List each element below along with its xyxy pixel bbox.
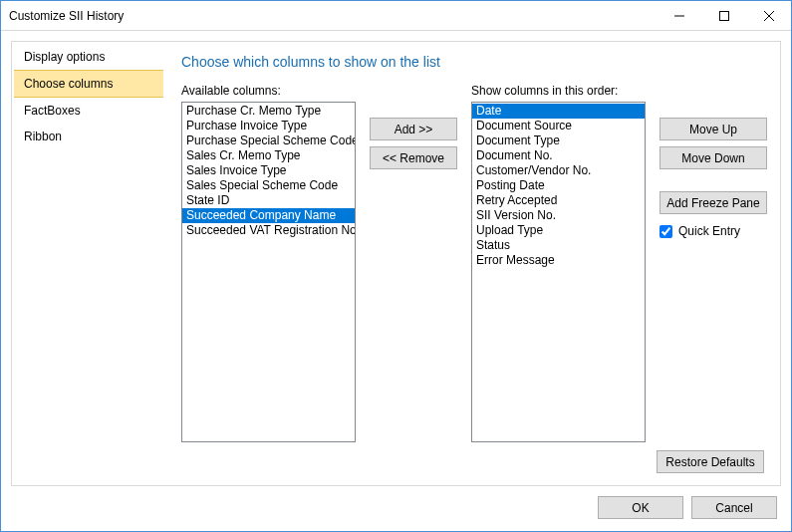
sidebar-item[interactable]: Choose columns [14,70,163,98]
available-columns-list[interactable]: Purchase Cr. Memo TypePurchase Invoice T… [181,102,356,442]
list-item[interactable]: Purchase Special Scheme Code [182,133,355,148]
quick-entry-control[interactable]: Quick Entry [660,224,740,238]
dialog-buttons: OK Cancel [11,486,781,521]
remove-button[interactable]: << Remove [370,146,457,169]
list-item[interactable]: Status [472,238,645,253]
svg-rect-1 [719,11,728,20]
titlebar: Customize SII History [1,1,791,31]
restore-row: Restore Defaults [181,442,768,477]
add-remove-buttons: Add >> << Remove [370,84,457,442]
shown-columns-list[interactable]: DateDocument SourceDocument TypeDocument… [471,102,646,442]
list-item[interactable]: Sales Special Scheme Code [182,178,355,193]
window-title: Customize SII History [9,9,657,23]
list-item[interactable]: Document Source [472,119,645,133]
quick-entry-label: Quick Entry [678,224,740,238]
list-item[interactable]: Upload Type [472,223,645,238]
list-item[interactable]: Customer/Vendor No. [472,163,645,178]
list-item[interactable]: SII Version No. [472,208,645,223]
maximize-icon [719,11,729,21]
sidebar: Display optionsChoose columnsFactBoxesRi… [14,44,163,483]
list-item[interactable]: Succeeded Company Name [182,208,355,223]
columns-area: Available columns: Purchase Cr. Memo Typ… [181,84,768,442]
client-area: Display optionsChoose columnsFactBoxesRi… [1,31,791,531]
list-item[interactable]: Error Message [472,253,645,268]
shown-columns-label: Show columns in this order: [471,84,646,98]
window-controls [657,1,791,30]
ok-button[interactable]: OK [598,496,683,519]
list-item[interactable]: Purchase Invoice Type [182,119,355,133]
move-down-button[interactable]: Move Down [660,146,767,169]
close-button[interactable] [746,1,791,30]
list-item[interactable]: Succeeded VAT Registration No. [182,223,355,238]
content-area: Choose which columns to show on the list… [163,44,778,483]
available-columns-label: Available columns: [181,84,356,98]
sidebar-item[interactable]: FactBoxes [14,98,163,124]
list-item[interactable]: Sales Invoice Type [182,163,355,178]
list-item[interactable]: Document Type [472,133,645,148]
main-panel: Display optionsChoose columnsFactBoxesRi… [11,41,781,486]
list-item[interactable]: Date [472,104,645,119]
dialog-window: Customize SII History Display optionsCho… [0,0,792,532]
content-heading: Choose which columns to show on the list [181,54,768,70]
quick-entry-checkbox[interactable] [660,225,672,238]
list-item[interactable]: Sales Cr. Memo Type [182,148,355,163]
list-item[interactable]: Document No. [472,148,645,163]
move-up-button[interactable]: Move Up [660,118,767,140]
reorder-buttons: Move Up Move Down Add Freeze Pane Quick … [660,84,767,442]
list-item[interactable]: Purchase Cr. Memo Type [182,104,355,119]
maximize-button[interactable] [701,1,746,30]
minimize-icon [674,11,684,21]
close-icon [764,11,774,21]
cancel-button[interactable]: Cancel [691,496,777,519]
list-item[interactable]: State ID [182,193,355,208]
sidebar-item[interactable]: Ribbon [14,124,163,149]
add-button[interactable]: Add >> [370,118,457,140]
list-item[interactable]: Retry Accepted [472,193,645,208]
sidebar-item[interactable]: Display options [14,44,163,70]
add-freeze-pane-button[interactable]: Add Freeze Pane [660,191,767,214]
minimize-button[interactable] [657,1,701,30]
list-item[interactable]: Posting Date [472,178,645,193]
restore-defaults-button[interactable]: Restore Defaults [657,450,764,473]
